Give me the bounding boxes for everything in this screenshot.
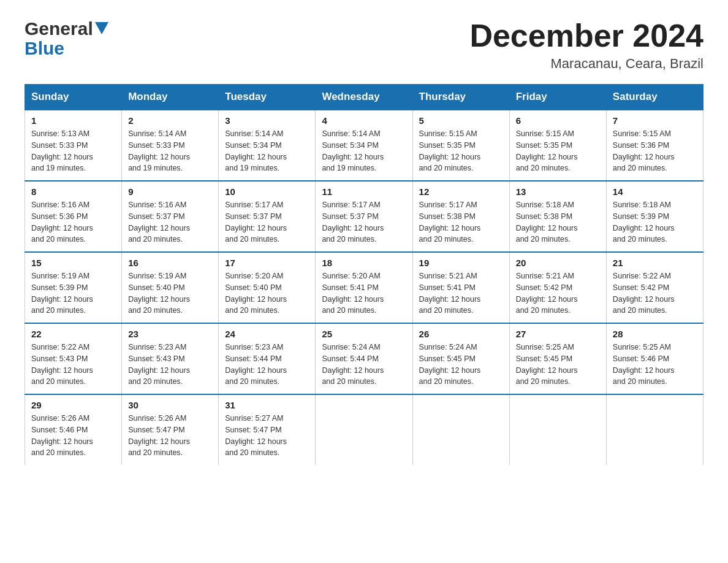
day-number: 16: [128, 258, 212, 268]
day-number: 9: [128, 186, 212, 197]
day-info: Sunrise: 5:20 AM Sunset: 5:41 PM Dayligh…: [322, 270, 406, 316]
day-info: Sunrise: 5:17 AM Sunset: 5:37 PM Dayligh…: [322, 199, 406, 245]
calendar-day-header: Sunday: [25, 85, 122, 110]
day-number: 27: [516, 329, 600, 339]
day-info: Sunrise: 5:19 AM Sunset: 5:40 PM Dayligh…: [128, 270, 212, 316]
day-number: 13: [516, 186, 600, 197]
calendar-header-row: SundayMondayTuesdayWednesdayThursdayFrid…: [25, 85, 703, 110]
day-number: 18: [322, 258, 406, 268]
calendar-day-cell: 26 Sunrise: 5:24 AM Sunset: 5:45 PM Dayl…: [412, 323, 509, 394]
month-title: December 2024: [469, 18, 703, 53]
calendar-day-cell: 2 Sunrise: 5:14 AM Sunset: 5:33 PM Dayli…: [122, 110, 219, 181]
calendar-day-cell: 1 Sunrise: 5:13 AM Sunset: 5:33 PM Dayli…: [25, 110, 122, 181]
logo-triangle-icon: [93, 21, 108, 37]
day-info: Sunrise: 5:17 AM Sunset: 5:38 PM Dayligh…: [419, 199, 503, 245]
day-number: 31: [225, 400, 309, 410]
day-info: Sunrise: 5:14 AM Sunset: 5:34 PM Dayligh…: [225, 128, 309, 174]
calendar-day-header: Thursday: [412, 85, 509, 110]
calendar-day-cell: 3 Sunrise: 5:14 AM Sunset: 5:34 PM Dayli…: [219, 110, 316, 181]
day-info: Sunrise: 5:13 AM Sunset: 5:33 PM Dayligh…: [31, 128, 115, 174]
calendar-day-cell: 18 Sunrise: 5:20 AM Sunset: 5:41 PM Dayl…: [316, 252, 412, 323]
calendar-day-cell: 14 Sunrise: 5:18 AM Sunset: 5:39 PM Dayl…: [606, 181, 703, 252]
day-number: 6: [516, 115, 600, 126]
day-info: Sunrise: 5:19 AM Sunset: 5:39 PM Dayligh…: [31, 270, 115, 316]
day-info: Sunrise: 5:25 AM Sunset: 5:45 PM Dayligh…: [516, 342, 600, 388]
calendar-day-cell: 5 Sunrise: 5:15 AM Sunset: 5:35 PM Dayli…: [412, 110, 509, 181]
page-header: General Blue December 2024 Maracanau, Ce…: [25, 18, 703, 72]
day-number: 12: [419, 186, 503, 197]
calendar-week-row: 8 Sunrise: 5:16 AM Sunset: 5:36 PM Dayli…: [25, 181, 703, 252]
day-info: Sunrise: 5:26 AM Sunset: 5:46 PM Dayligh…: [31, 413, 115, 459]
calendar-day-cell: 29 Sunrise: 5:26 AM Sunset: 5:46 PM Dayl…: [25, 394, 122, 465]
calendar-day-cell: [509, 394, 606, 465]
calendar-day-cell: 16 Sunrise: 5:19 AM Sunset: 5:40 PM Dayl…: [122, 252, 219, 323]
day-number: 24: [225, 329, 309, 339]
calendar-day-cell: 27 Sunrise: 5:25 AM Sunset: 5:45 PM Dayl…: [509, 323, 606, 394]
day-number: 17: [225, 258, 309, 268]
day-number: 5: [419, 115, 503, 126]
calendar-day-cell: 6 Sunrise: 5:15 AM Sunset: 5:35 PM Dayli…: [509, 110, 606, 181]
calendar-day-cell: 19 Sunrise: 5:21 AM Sunset: 5:41 PM Dayl…: [412, 252, 509, 323]
day-info: Sunrise: 5:15 AM Sunset: 5:35 PM Dayligh…: [516, 128, 600, 174]
day-info: Sunrise: 5:27 AM Sunset: 5:47 PM Dayligh…: [225, 413, 309, 459]
day-info: Sunrise: 5:16 AM Sunset: 5:36 PM Dayligh…: [31, 199, 115, 245]
day-number: 10: [225, 186, 309, 197]
calendar-day-cell: 28 Sunrise: 5:25 AM Sunset: 5:46 PM Dayl…: [606, 323, 703, 394]
calendar-day-cell: 31 Sunrise: 5:27 AM Sunset: 5:47 PM Dayl…: [219, 394, 316, 465]
day-number: 15: [31, 258, 115, 268]
calendar-day-cell: 15 Sunrise: 5:19 AM Sunset: 5:39 PM Dayl…: [25, 252, 122, 323]
calendar-day-cell: 17 Sunrise: 5:20 AM Sunset: 5:40 PM Dayl…: [219, 252, 316, 323]
day-info: Sunrise: 5:16 AM Sunset: 5:37 PM Dayligh…: [128, 199, 212, 245]
day-info: Sunrise: 5:22 AM Sunset: 5:43 PM Dayligh…: [31, 342, 115, 388]
day-number: 11: [322, 186, 406, 197]
calendar-day-cell: 22 Sunrise: 5:22 AM Sunset: 5:43 PM Dayl…: [25, 323, 122, 394]
logo-general-text: General: [25, 18, 93, 39]
calendar-week-row: 22 Sunrise: 5:22 AM Sunset: 5:43 PM Dayl…: [25, 323, 703, 394]
day-number: 2: [128, 115, 212, 126]
day-info: Sunrise: 5:21 AM Sunset: 5:41 PM Dayligh…: [419, 270, 503, 316]
day-info: Sunrise: 5:14 AM Sunset: 5:33 PM Dayligh…: [128, 128, 212, 174]
day-info: Sunrise: 5:25 AM Sunset: 5:46 PM Dayligh…: [613, 342, 697, 388]
calendar-day-header: Saturday: [606, 85, 703, 110]
calendar-day-cell: 21 Sunrise: 5:22 AM Sunset: 5:42 PM Dayl…: [606, 252, 703, 323]
calendar-day-cell: 25 Sunrise: 5:24 AM Sunset: 5:44 PM Dayl…: [316, 323, 412, 394]
calendar-day-cell: 13 Sunrise: 5:18 AM Sunset: 5:38 PM Dayl…: [509, 181, 606, 252]
day-number: 1: [31, 115, 115, 126]
calendar-day-cell: 7 Sunrise: 5:15 AM Sunset: 5:36 PM Dayli…: [606, 110, 703, 181]
day-info: Sunrise: 5:15 AM Sunset: 5:35 PM Dayligh…: [419, 128, 503, 174]
calendar-day-header: Monday: [122, 85, 219, 110]
day-info: Sunrise: 5:22 AM Sunset: 5:42 PM Dayligh…: [613, 270, 697, 316]
calendar-week-row: 29 Sunrise: 5:26 AM Sunset: 5:46 PM Dayl…: [25, 394, 703, 465]
calendar-day-cell: 20 Sunrise: 5:21 AM Sunset: 5:42 PM Dayl…: [509, 252, 606, 323]
calendar-day-cell: 9 Sunrise: 5:16 AM Sunset: 5:37 PM Dayli…: [122, 181, 219, 252]
day-info: Sunrise: 5:23 AM Sunset: 5:43 PM Dayligh…: [128, 342, 212, 388]
day-number: 20: [516, 258, 600, 268]
day-info: Sunrise: 5:15 AM Sunset: 5:36 PM Dayligh…: [613, 128, 697, 174]
day-number: 25: [322, 329, 406, 339]
day-info: Sunrise: 5:23 AM Sunset: 5:44 PM Dayligh…: [225, 342, 309, 388]
day-number: 14: [613, 186, 697, 197]
logo-blue-text: Blue: [25, 38, 108, 59]
day-info: Sunrise: 5:24 AM Sunset: 5:44 PM Dayligh…: [322, 342, 406, 388]
day-number: 23: [128, 329, 212, 339]
day-number: 19: [419, 258, 503, 268]
calendar-day-cell: [412, 394, 509, 465]
calendar-day-cell: 12 Sunrise: 5:17 AM Sunset: 5:38 PM Dayl…: [412, 181, 509, 252]
day-info: Sunrise: 5:20 AM Sunset: 5:40 PM Dayligh…: [225, 270, 309, 316]
calendar-day-cell: [606, 394, 703, 465]
day-number: 7: [613, 115, 697, 126]
calendar-day-cell: 11 Sunrise: 5:17 AM Sunset: 5:37 PM Dayl…: [316, 181, 412, 252]
calendar-day-cell: 23 Sunrise: 5:23 AM Sunset: 5:43 PM Dayl…: [122, 323, 219, 394]
calendar-day-header: Wednesday: [316, 85, 412, 110]
day-info: Sunrise: 5:24 AM Sunset: 5:45 PM Dayligh…: [419, 342, 503, 388]
title-block: December 2024 Maracanau, Ceara, Brazil: [469, 18, 703, 72]
calendar-day-header: Tuesday: [219, 85, 316, 110]
day-info: Sunrise: 5:18 AM Sunset: 5:38 PM Dayligh…: [516, 199, 600, 245]
calendar-day-cell: 10 Sunrise: 5:17 AM Sunset: 5:37 PM Dayl…: [219, 181, 316, 252]
day-number: 4: [322, 115, 406, 126]
day-number: 29: [31, 400, 115, 410]
day-info: Sunrise: 5:26 AM Sunset: 5:47 PM Dayligh…: [128, 413, 212, 459]
calendar-week-row: 15 Sunrise: 5:19 AM Sunset: 5:39 PM Dayl…: [25, 252, 703, 323]
day-number: 30: [128, 400, 212, 410]
logo: General Blue: [25, 18, 108, 59]
